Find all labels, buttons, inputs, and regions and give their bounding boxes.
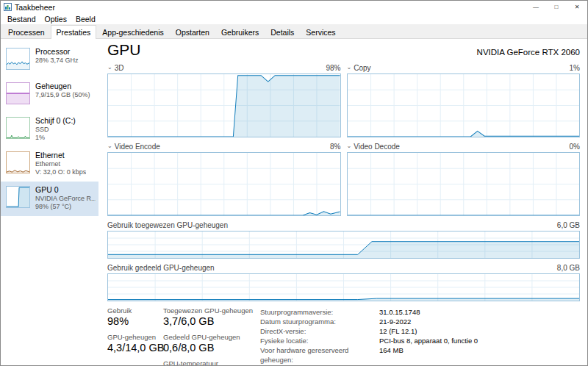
detail-directx-versie: DirectX-versie: 12 (FL 12.1) [260,326,580,336]
sidebar-item-geheugen[interactable]: Geheugen 7,9/15,9 GB (50%) [1,78,98,112]
sidebar-item-detail: SSD [35,126,76,134]
menu-opties[interactable]: Opties [40,15,71,24]
ethernet-mini-chart [6,151,30,173]
menu-beeld[interactable]: Beeld [71,15,100,24]
app-icon [4,3,12,11]
chart-axis-max: 8,0 GB [557,264,580,272]
sidebar-item-title: Geheugen [35,82,90,91]
sidebar-item-detail: 7,9/15,9 GB (50%) [35,91,90,99]
chart-title: Copy [354,64,370,72]
tab-gebruikers[interactable]: Gebruikers [215,25,265,39]
main-header: GPU NVIDIA GeForce RTX 2060 [107,41,580,59]
chevron-down-icon: ⌄ [107,143,112,149]
engine-selector-copy[interactable]: ⌄ Copy [347,64,371,72]
sidebar-item-detail: NVIDIA GeForce R... [35,195,96,203]
stat-gpu-temperatuur: GPU-temperatuur 57 °C [163,359,260,366]
detail-stuurprogrammaversie: Stuurprogrammaversie: 31.0.15.1748 [260,307,580,317]
gpu-stats: Gebruik 98% GPU-geheugen 4,3/14,0 GB Toe… [107,306,580,366]
memory-mini-chart [6,82,30,104]
chart-title: Video Decode [354,143,400,151]
window-title: Taakbeheer [15,3,55,12]
content-area: Processor 28% 3,74 GHz Geheugen 7,9/15,9… [1,39,587,366]
minimize-button[interactable]: — [526,1,546,13]
chevron-down-icon: ⌄ [347,143,352,149]
taskmanager-window: Taakbeheer — □ ✕ Bestand Opties Beeld Pr… [0,0,588,366]
engine-selector-3d[interactable]: ⌄ 3D [107,64,124,72]
tab-app-geschiedenis[interactable]: App-geschiedenis [96,25,169,39]
chart-video-encode-plot [107,152,341,216]
disk-mini-chart [6,117,30,139]
chart-shared-memory: Gebruik gedeeld GPU-geheugen 8,0 GB [107,262,580,301]
menubar: Bestand Opties Beeld [1,13,587,24]
maximize-button[interactable]: □ [546,1,567,13]
chart-video-encode: ⌄ Video Encode 8% [107,141,341,216]
processor-mini-chart [6,48,30,70]
sidebar-item-detail: V: 32,0 O: 0 kbps [35,168,86,176]
sidebar-item-title: Schijf 0 (C:) [35,116,76,126]
chart-title: Gebruik gedeeld GPU-geheugen [107,264,215,272]
gpu-details: Stuurprogrammaversie: 31.0.15.1748 Datum… [260,306,580,366]
sidebar-item-processor[interactable]: Processor 28% 3,74 GHz [1,43,98,78]
chart-title: Video Encode [115,143,160,151]
detail-datum-stuurprogramma: Datum stuurprogramma: 21-9-2022 [260,317,580,326]
chart-axis-max: 6,0 GB [557,221,580,229]
chevron-down-icon: ⌄ [107,65,112,71]
sidebar-item-ethernet[interactable]: Ethernet Ethernet V: 32,0 O: 0 kbps [1,147,98,182]
chart-copy: ⌄ Copy 1% [347,62,581,137]
chart-video-decode-plot [347,152,581,216]
sidebar-item-title: Processor [35,47,79,57]
performance-sidebar: Processor 28% 3,74 GHz Geheugen 7,9/15,9… [1,39,98,366]
chart-current-value: 1% [570,64,580,72]
gpu-device-name: NVIDIA GeForce RTX 2060 [477,48,580,57]
stat-gedeeld-geheugen: Gedeeld GPU-geheugen 0,6/8,0 GB [163,333,260,354]
sidebar-item-title: Ethernet [35,151,86,160]
chart-title: Gebruik toegewezen GPU-geheugen [107,221,228,229]
page-title: GPU [107,41,141,59]
sidebar-item-detail: 98% (57 °C) [35,203,96,211]
tabbar: Processen Prestaties App-geschiedenis Op… [1,24,587,39]
chart-current-value: 98% [326,64,340,72]
chart-shared-memory-plot [107,273,580,301]
detail-gereserveerd-geheugen: Voor hardware gereserveerd geheugen: 164… [260,345,580,365]
stat-toegewezen-geheugen: Toegewezen GPU-geheugen 3,7/6,0 GB [163,306,260,328]
engine-selector-video-encode[interactable]: ⌄ Video Encode [107,143,160,151]
gpu-performance-pane: GPU NVIDIA GeForce RTX 2060 ⌄ 3D 98% [98,39,587,366]
close-button[interactable]: ✕ [567,1,587,13]
titlebar: Taakbeheer — □ ✕ [1,1,587,13]
menu-bestand[interactable]: Bestand [3,15,40,24]
chart-copy-plot [347,73,581,137]
chart-3d: ⌄ 3D 98% [107,62,341,137]
tab-prestaties[interactable]: Prestaties [51,25,97,39]
sidebar-item-schijf-0[interactable]: Schijf 0 (C:) SSD 1% [1,112,98,147]
stat-gpu-geheugen: GPU-geheugen 4,3/14,0 GB [107,333,163,354]
gpu-mini-chart [6,186,30,208]
sidebar-item-detail: 1% [35,134,76,142]
chart-current-value: 0% [570,143,580,151]
detail-fysieke-locatie: Fysieke locatie: PCI-bus 8, apparaat 0, … [260,336,580,345]
chart-title: 3D [115,64,124,72]
tab-services[interactable]: Services [300,25,341,39]
chart-dedicated-memory: Gebruik toegewezen GPU-geheugen 6,0 GB [107,220,580,259]
engine-selector-video-decode[interactable]: ⌄ Video Decode [347,143,400,151]
window-controls: — □ ✕ [526,1,587,13]
charts-grid: ⌄ 3D 98% ⌄ Copy 1% [107,62,580,301]
tab-details[interactable]: Details [265,25,300,39]
chart-dedicated-memory-plot [107,231,580,259]
sidebar-item-detail: 28% 3,74 GHz [35,57,79,65]
sidebar-item-detail: Ethernet [35,160,86,168]
chevron-down-icon: ⌄ [347,65,352,71]
sidebar-item-title: GPU 0 [35,185,96,195]
chart-video-decode: ⌄ Video Decode 0% [347,141,581,216]
tab-processen[interactable]: Processen [2,25,51,39]
chart-3d-plot [107,73,341,137]
sidebar-item-gpu-0[interactable]: GPU 0 NVIDIA GeForce R... 98% (57 °C) [1,182,98,216]
tab-opstarten[interactable]: Opstarten [170,25,215,39]
chart-current-value: 8% [330,143,340,151]
stat-gebruik: Gebruik 98% [107,306,163,328]
